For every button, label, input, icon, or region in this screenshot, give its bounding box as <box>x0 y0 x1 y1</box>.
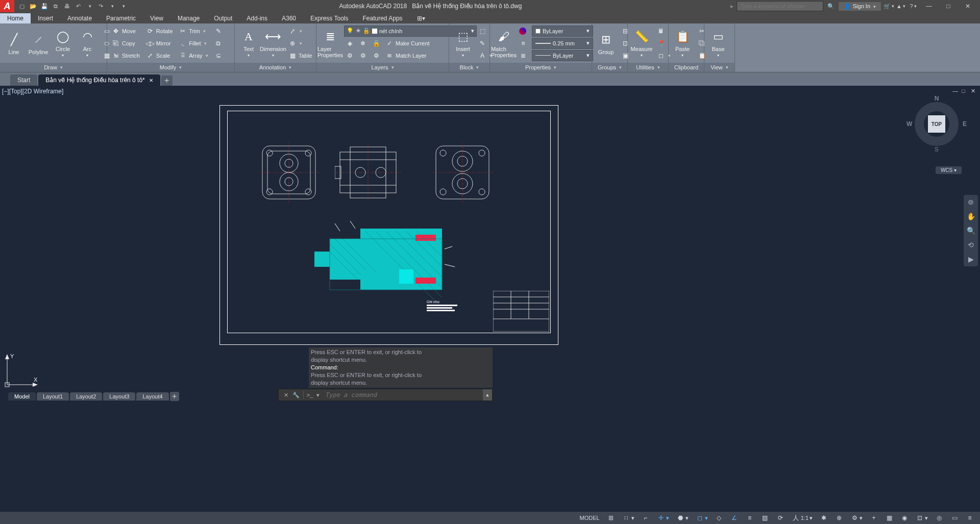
tab-home[interactable]: Home <box>0 13 31 23</box>
table-button[interactable]: ▦Table <box>287 50 313 61</box>
new-icon[interactable]: ▢ <box>17 2 27 11</box>
close-tab-icon[interactable]: ✕ <box>149 78 153 83</box>
undo-icon[interactable]: ↶ <box>74 2 83 11</box>
app-logo[interactable]: A <box>0 0 14 12</box>
layer-off-icon[interactable]: ⚙ <box>371 50 382 61</box>
print-icon[interactable]: 🖶 <box>62 2 71 11</box>
arc-button[interactable]: ◠Arc▾ <box>77 28 98 59</box>
panel-modify-label[interactable]: Modify <box>107 63 234 72</box>
viewcube[interactable]: TOP N S E W <box>909 96 965 152</box>
ribbon-panel-toggle[interactable]: ⊞▾ <box>410 13 432 23</box>
vp-minimize-icon[interactable]: — <box>952 88 960 95</box>
saveas-icon[interactable]: ⧉ <box>51 2 60 11</box>
wheel-icon[interactable]: ⊚ <box>966 197 976 207</box>
tab-manage[interactable]: Manage <box>170 13 207 23</box>
cmd-menu-icon[interactable]: ▾ <box>314 391 322 399</box>
help-search-input[interactable] <box>737 1 823 11</box>
layer-freeze-icon[interactable]: ❄ <box>357 38 369 49</box>
line-button[interactable]: ╱Line <box>3 31 24 56</box>
make-current-button[interactable]: ✓Make Current <box>384 38 431 49</box>
viewcube-east[interactable]: E <box>963 120 967 128</box>
color-icon[interactable] <box>518 26 529 37</box>
help-icon[interactable]: ? <box>909 2 918 11</box>
wcs-indicator[interactable]: WCS ▾ <box>936 166 962 174</box>
tab-express-tools[interactable]: Express Tools <box>303 13 355 23</box>
a360-icon[interactable]: ▲ <box>896 2 905 11</box>
layout-tab-3[interactable]: Layout3 <box>103 392 135 401</box>
layer-iso-icon[interactable]: ◈ <box>344 38 355 49</box>
open-icon[interactable]: 📂 <box>29 2 38 11</box>
layout-tab-4[interactable]: Layout4 <box>136 392 168 401</box>
measure-button[interactable]: 📏Measure▾ <box>631 28 652 59</box>
layer-properties-button[interactable]: ≣Layer Properties <box>320 28 341 59</box>
tab-a360[interactable]: A360 <box>275 13 303 23</box>
sb-grid-icon[interactable]: ⊞ <box>605 513 617 523</box>
sb-3dosnap-icon[interactable]: ◇ <box>713 513 725 523</box>
lineweight-combo[interactable]: 0.25 mm▾ <box>532 38 593 49</box>
circle-button[interactable]: ◯Circle▾ <box>52 28 74 59</box>
leader-icon[interactable]: ⤤ <box>287 26 313 37</box>
redo-icon[interactable]: ↷ <box>96 2 105 11</box>
viewcube-south[interactable]: S <box>935 146 939 153</box>
sb-annoscale-icon[interactable]: 人1:1▾ <box>790 513 815 523</box>
new-filetab-button[interactable]: + <box>161 76 173 86</box>
cmd-close-icon[interactable]: ✕ <box>282 391 290 399</box>
mirror-button[interactable]: ◁▷Mirror <box>144 38 174 49</box>
explode-icon[interactable]: ⧉ <box>213 38 224 49</box>
copy-button[interactable]: ⿻Copy <box>110 38 141 49</box>
match-layer-button[interactable]: ≋Match Layer <box>384 50 428 61</box>
orbit-icon[interactable]: ⟲ <box>966 240 976 250</box>
base-button[interactable]: ▭Base▾ <box>707 28 729 59</box>
maximize-button[interactable]: □ <box>940 0 957 12</box>
sb-annomon-icon[interactable]: + <box>868 513 880 523</box>
panel-clipboard-label[interactable]: Clipboard <box>669 63 704 72</box>
stretch-button[interactable]: ⇲Stretch <box>110 50 141 61</box>
tab-insert[interactable]: Insert <box>31 13 60 23</box>
viewcube-north[interactable]: N <box>935 95 939 102</box>
sb-polar-icon[interactable]: ✛▾ <box>655 513 671 523</box>
sb-lwt-icon[interactable]: ≡ <box>744 513 756 523</box>
viewcube-top-face[interactable]: TOP <box>928 115 945 133</box>
tab-parametric[interactable]: Parametric <box>99 13 143 23</box>
sb-isolation-icon[interactable]: ◎ <box>933 513 945 523</box>
viewcube-west[interactable]: W <box>906 120 912 128</box>
layer-on-icon[interactable]: ⚙ <box>344 50 355 61</box>
array-button[interactable]: ⠿Array <box>177 50 209 61</box>
viewport[interactable]: [−][Top][2D Wireframe] — □ ✕ <box>0 86 980 402</box>
tab-featured-apps[interactable]: Featured Apps <box>356 13 410 23</box>
add-layout-button[interactable]: + <box>170 392 179 401</box>
layout-tab-2[interactable]: Layout2 <box>70 392 102 401</box>
filetab-drawing[interactable]: Bản vẽ Hệ thống Điều hòa trên ô tô*✕ <box>38 74 160 86</box>
sb-units-icon[interactable]: ▦ <box>883 513 895 523</box>
sb-annovis-icon[interactable]: ✱ <box>818 513 830 523</box>
panel-groups-label[interactable]: Groups <box>592 63 627 72</box>
sb-model[interactable]: MODEL <box>578 514 602 522</box>
infocenter-icon[interactable]: 🔍 <box>826 2 836 11</box>
polyline-button[interactable]: ⟋Polyline <box>28 31 49 56</box>
panel-annotation-label[interactable]: Annotation <box>235 63 316 72</box>
minimize-button[interactable]: — <box>921 0 937 12</box>
vp-maximize-icon[interactable]: □ <box>962 88 969 95</box>
panel-view-label[interactable]: View <box>704 63 734 72</box>
scale-button[interactable]: ⤢Scale <box>144 50 174 61</box>
redo-dropdown[interactable] <box>107 2 116 11</box>
insert-button[interactable]: ⬚Insert▾ <box>452 28 474 59</box>
group-button[interactable]: ⊞Group <box>595 31 617 56</box>
dimension-button[interactable]: ⟷Dimension▾ <box>262 28 284 59</box>
panel-properties-label[interactable]: Properties <box>490 63 592 72</box>
tab-view[interactable]: View <box>143 13 170 23</box>
panel-layers-label[interactable]: Layers <box>316 63 449 72</box>
layer-lock-icon[interactable]: 🔒 <box>371 38 382 49</box>
sb-workspace-icon[interactable]: ⚙▾ <box>848 513 865 523</box>
color-combo[interactable]: ByLayer▾ <box>532 26 593 37</box>
sb-snap-icon[interactable]: ∷▾ <box>620 513 636 523</box>
sb-transparency-icon[interactable]: ▨ <box>759 513 771 523</box>
sb-quickprops-icon[interactable]: ◉ <box>898 513 911 523</box>
close-button[interactable]: ✕ <box>960 0 976 12</box>
pan-icon[interactable]: ✋ <box>966 211 976 221</box>
sb-iso-icon[interactable]: ⬣▾ <box>674 513 691 523</box>
viewport-controls[interactable]: [−][Top][2D Wireframe] <box>2 88 63 95</box>
linetype-combo[interactable]: ByLayer▾ <box>532 50 593 61</box>
layer-thaw-icon[interactable]: ⚙ <box>357 50 369 61</box>
signin-button[interactable]: 👤 Sign In <box>839 2 881 11</box>
